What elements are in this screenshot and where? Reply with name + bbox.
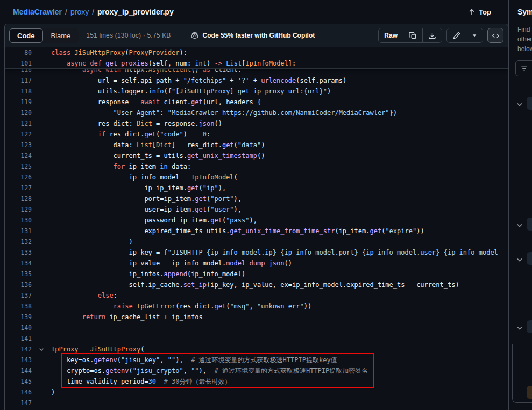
line-number[interactable]: 80 <box>5 47 32 58</box>
code-text: ip_infos.append(ip_info_model) <box>51 269 508 279</box>
breadcrumb-folder-link[interactable]: proxy <box>70 8 89 16</box>
copy-raw-button[interactable] <box>403 28 423 42</box>
chevron-down-icon[interactable] <box>515 100 524 109</box>
line-number[interactable]: 145 <box>5 376 32 387</box>
line-number[interactable]: 123 <box>5 140 32 150</box>
symbols-panel-toggle[interactable] <box>487 28 503 43</box>
line-number[interactable]: 135 <box>5 269 32 279</box>
pencil-icon <box>452 32 460 40</box>
breadcrumb-filename: proxy_ip_provider.py <box>97 8 174 16</box>
code-line-134: 134 ip_value = ip_info_model.model_dump_… <box>5 258 508 269</box>
line-number[interactable]: 126 <box>5 172 32 183</box>
top-button-label: Top <box>479 8 491 16</box>
chevron-down-icon[interactable] <box>515 221 524 229</box>
tab-blame[interactable]: Blame <box>43 28 79 43</box>
line-number[interactable]: 132 <box>5 236 32 247</box>
line-number[interactable]: 138 <box>5 301 32 312</box>
fold-toggle[interactable] <box>32 344 51 355</box>
caret-down-icon <box>472 33 477 38</box>
line-number[interactable]: 119 <box>5 97 32 107</box>
raw-actions-group: Raw <box>378 28 442 43</box>
gutter-spacer <box>32 376 51 387</box>
gutter-spacer <box>32 183 51 193</box>
code-line-119: 119 response = await client.get(url, hea… <box>5 97 508 107</box>
breadcrumb-separator: / <box>92 8 94 16</box>
copilot-icon <box>190 31 199 40</box>
breadcrumb-bar: MediaCrawler/proxy/proxy_ip_provider.py … <box>0 0 508 24</box>
scroll-to-top-button[interactable]: Top <box>468 8 491 16</box>
line-number[interactable]: 121 <box>5 118 32 129</box>
line-number[interactable]: 128 <box>5 193 32 204</box>
line-number[interactable]: 124 <box>5 150 32 161</box>
line-number[interactable]: 142 <box>5 344 32 355</box>
gutter-spacer <box>32 290 51 301</box>
line-number[interactable]: 133 <box>5 247 32 258</box>
line-number[interactable]: 147 <box>5 398 32 408</box>
gutter-spacer <box>32 140 51 150</box>
line-number[interactable]: 144 <box>5 365 32 376</box>
code-text: else: <box>51 290 508 301</box>
line-number[interactable]: 101 <box>5 58 32 69</box>
symbol-pill[interactable] <box>527 218 532 231</box>
breadcrumb-separator: / <box>65 8 67 16</box>
line-number[interactable]: 136 <box>5 279 32 290</box>
code-text: return ip_cache_list + ip_infos <box>51 312 508 322</box>
line-number[interactable]: 117 <box>5 75 32 86</box>
line-number[interactable]: 143 <box>5 355 32 365</box>
code-text: current_ts = utils.get_unix_timestamp() <box>51 150 508 161</box>
line-number[interactable]: 139 <box>5 312 32 322</box>
edit-file-button[interactable] <box>447 28 466 42</box>
line-number[interactable]: 120 <box>5 107 32 118</box>
code-text <box>51 398 508 408</box>
symbol-pill[interactable] <box>527 252 532 265</box>
code-line-143: 143 key=os.getenv("jisu_key", ""), # 通过环… <box>5 355 508 365</box>
code-line-118: 118 utils.logger.info(f"[JiSuHttpProxy] … <box>5 86 508 97</box>
symbol-pill[interactable] <box>527 97 532 110</box>
edit-dropdown-button[interactable] <box>466 28 483 42</box>
code-text: ip=ip_item.get("ip"), <box>51 183 508 193</box>
raw-button[interactable]: Raw <box>379 28 403 42</box>
line-number[interactable]: 129 <box>5 204 32 215</box>
line-number[interactable]: 137 <box>5 290 32 301</box>
chevron-down-icon[interactable] <box>515 323 524 332</box>
gutter-spacer <box>32 150 51 161</box>
download-raw-button[interactable] <box>423 28 442 42</box>
gutter-spacer <box>32 161 51 172</box>
symbols-filter-button[interactable] <box>515 60 532 76</box>
line-number[interactable]: 130 <box>5 215 32 226</box>
gutter-spacer <box>32 215 51 226</box>
code-line-121: 121 res_dict: Dict = response.json() <box>5 118 508 129</box>
line-number[interactable]: 140 <box>5 322 32 333</box>
chevron-down-icon[interactable] <box>515 255 524 264</box>
code-line-135: 135 ip_infos.append(ip_info_model) <box>5 269 508 279</box>
copilot-banner: Code 55% faster with GitHub Copilot <box>190 31 315 40</box>
breadcrumb-repo-link[interactable]: MediaCrawler <box>13 8 62 16</box>
gutter-spacer <box>32 355 51 365</box>
gutter-spacer <box>32 236 51 247</box>
line-number[interactable]: 125 <box>5 161 32 172</box>
symbol-pill[interactable] <box>527 320 532 333</box>
line-number[interactable]: 146 <box>5 387 32 398</box>
line-number[interactable]: 134 <box>5 258 32 269</box>
symbols-description: Find other below <box>517 25 532 54</box>
code-line-129: 129 user=ip_item.get("user"), <box>5 204 508 215</box>
line-number[interactable]: 122 <box>5 129 32 140</box>
code-line-139: 139 return ip_cache_list + ip_infos <box>5 312 508 322</box>
filter-icon <box>520 64 528 73</box>
gutter-spacer <box>32 97 51 107</box>
code-line-137: 137 else: <box>5 290 508 301</box>
line-number[interactable]: 141 <box>5 333 32 344</box>
symbols-panel-icon <box>492 32 500 40</box>
fold-toggle-icon[interactable] <box>38 346 45 353</box>
line-number[interactable]: 131 <box>5 226 32 236</box>
line-number[interactable]: 118 <box>5 86 32 97</box>
line-number[interactable]: 127 <box>5 183 32 193</box>
toolbar-actions: Raw <box>378 28 503 43</box>
code-text: "User-Agent": "MediaCrawler https://gith… <box>51 107 508 118</box>
download-icon <box>428 32 436 40</box>
tab-code[interactable]: Code <box>9 28 43 43</box>
code-line-126: 126 ip_info_model = IpInfoModel( <box>5 172 508 183</box>
code-text: self.ip_cache.set_ip(ip_key, ip_value, e… <box>51 279 508 290</box>
code-text: url = self.api_path + "/fetchips" + '?' … <box>51 75 508 86</box>
gutter-spacer <box>32 129 51 140</box>
